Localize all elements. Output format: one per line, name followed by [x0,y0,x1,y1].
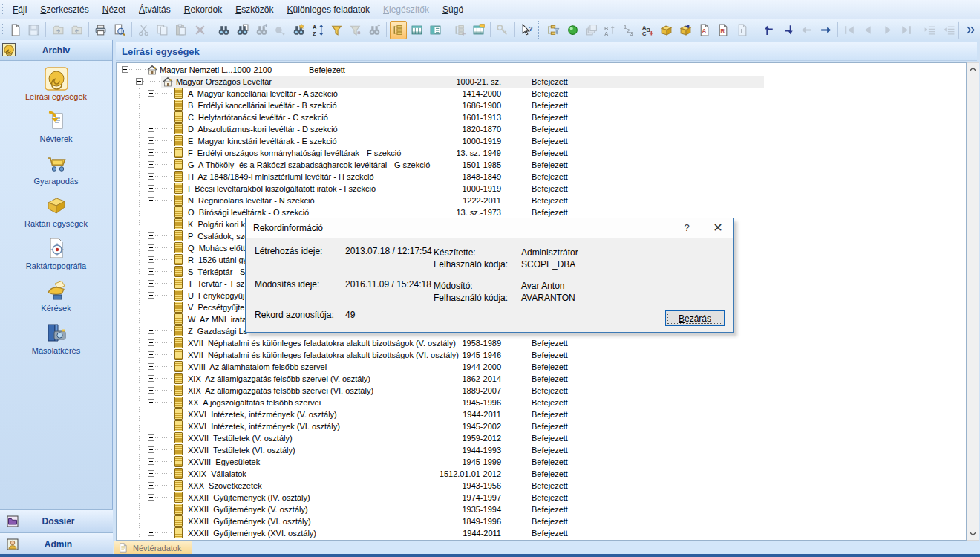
sidebar-item-masolatkeres[interactable]: Másolatkérés [0,320,112,362]
doc-a-icon[interactable]: A [696,21,713,39]
menu-item-atvaltas[interactable]: Átváltás [132,1,177,18]
list-demote-icon[interactable] [921,21,938,39]
print-preview-icon[interactable] [111,21,128,39]
menu-item-kiegeszitok[interactable]: Kiegészítők [376,1,436,18]
tree-row[interactable]: A Magyar kancelláriai levéltár - A szekc… [117,88,967,100]
doc-r-icon[interactable]: R [714,21,731,39]
sidebar-button-admin[interactable]: Admin [0,532,113,555]
turn-up-icon[interactable] [761,21,778,39]
tree-row[interactable]: XXXII Gyűjtemények (V. osztály)1935-1994… [117,504,967,515]
help-pointer-icon[interactable]: ? [517,21,535,39]
print-icon[interactable] [92,21,109,39]
sidebar-item-leirasi-egysegek[interactable]: Leírási egységek [0,66,112,108]
tree-row[interactable]: H Az 1848/1849-i minisztériumi levéltár … [117,171,967,183]
expand--toggle-icon[interactable] [148,185,154,192]
expand--toggle-icon[interactable] [148,351,154,358]
expand--toggle-icon[interactable] [148,280,154,287]
nav-first-icon[interactable] [841,21,858,39]
menu-item-sugo[interactable]: Súgó [436,1,470,18]
nav-prev-icon[interactable] [860,21,877,39]
expand-collapse-toggle-icon[interactable] [122,66,128,73]
expand--toggle-icon[interactable] [148,268,154,275]
tree-row[interactable]: F Erdélyi országos kormányhatósági levél… [117,147,967,159]
sidebar-item-raktartopografia[interactable]: Raktártopográfia [0,235,112,278]
sort-123-icon[interactable]: 123 [621,21,638,39]
paste-icon[interactable] [172,21,189,39]
expand--toggle-icon[interactable] [148,482,154,489]
help-icon[interactable]: ? [680,222,693,233]
turn-down-icon[interactable] [780,21,797,39]
dialog-title-bar[interactable]: Rekordinformáció ? ✕ [246,218,733,238]
sidebar-item-raktari-egysegek[interactable]: Raktári egységek [0,193,112,235]
expand--toggle-icon[interactable] [148,530,154,536]
doc-i-icon[interactable]: I [734,21,751,39]
find-combined-icon[interactable] [365,21,382,39]
expand--toggle-icon[interactable] [148,244,154,251]
tab-nevteradatok[interactable]: Névtéradatok [114,541,192,555]
expand--toggle-icon[interactable] [148,316,154,322]
scroll-down-button[interactable] [967,528,979,540]
tree-row[interactable]: XIX Az államigazgatás felsőbb szervei (V… [117,385,967,397]
layers-icon[interactable] [583,21,600,39]
sort-abc-icon[interactable]: ABC [639,21,656,39]
expand--toggle-icon[interactable] [148,411,154,417]
find-replace-icon[interactable] [272,21,289,39]
view-table-icon[interactable] [408,21,425,39]
menu-item-fajl[interactable]: Fájl [6,1,33,18]
expand--toggle-icon[interactable] [148,494,154,501]
expand--toggle-icon[interactable] [148,434,154,441]
filter-special-icon[interactable] [347,21,364,39]
package-transfer-icon[interactable] [677,21,694,39]
list-promote-icon[interactable] [940,21,957,39]
expand--toggle-icon[interactable] [148,137,154,144]
tree-row[interactable]: E Magyar kincstári levéltárak - E szekci… [117,135,967,147]
expand--toggle-icon[interactable] [148,102,154,108]
cut-icon[interactable] [135,21,152,39]
collapse-tree-icon[interactable] [451,21,468,39]
tree-row[interactable]: XIX Az államigazgatás felsőbb szervei (V… [117,373,967,385]
expand--toggle-icon[interactable] [148,399,154,405]
close-icon[interactable]: ✕ [710,221,725,235]
expand--toggle-icon[interactable] [148,161,154,168]
copy-icon[interactable] [154,21,171,39]
tree-row[interactable]: XXVIII Egyesületek1945-1999Befejezett [117,456,967,468]
menu-item-rekordok[interactable]: Rekordok [177,1,229,18]
tree-row[interactable]: XVII Néphatalmi és különleges feladatokr… [117,349,967,361]
expand--toggle-icon[interactable] [148,328,154,334]
expand--toggle-icon[interactable] [148,423,154,429]
tree-row[interactable]: B Erdélyi kancelláriai levéltár - B szek… [117,100,967,111]
sidebar-item-nevterek[interactable]: Névterek [0,108,112,151]
save-icon[interactable] [25,21,42,39]
expand--toggle-icon[interactable] [148,304,154,310]
tree-row[interactable]: XXXII Gyűjtemények (VI. osztály)1849-199… [117,515,967,527]
tree-row[interactable]: Magyar Nemzeti L...1000-2100Befejezett [117,64,967,76]
tree-row[interactable]: XXVI Intézetek, intézmények (VI. osztály… [117,420,967,432]
tree-row[interactable]: XXX Szövetkezetek1943-1956Befejezett [117,480,967,492]
find-next-icon[interactable] [252,21,270,39]
filter-icon[interactable] [328,21,345,39]
expand--toggle-icon[interactable] [148,470,154,477]
vertical-scrollbar[interactable] [967,62,979,541]
expand--toggle-icon[interactable] [148,232,154,239]
view-form-icon[interactable] [427,21,444,39]
expand--toggle-icon[interactable] [148,126,154,132]
tree-row[interactable]: G A Thököly- és a Rákóczi szabadságharco… [117,159,967,171]
menu-item-eszkozok[interactable]: Eszközök [229,1,280,18]
expand--toggle-icon[interactable] [148,197,154,203]
tree-row[interactable]: XX A jogszolgáltatás felsőbb szervei1945… [117,397,967,408]
expand--toggle-icon[interactable] [148,339,154,346]
tree-row[interactable]: C Helytartótanácsi levéltár - C szekció1… [117,111,967,123]
expand--toggle-icon[interactable] [148,387,154,394]
folder-checkout-icon[interactable] [68,21,85,39]
expand--toggle-icon[interactable] [148,114,154,120]
find-icon[interactable] [215,21,232,39]
folder-checkin-icon[interactable] [49,21,66,39]
chevron-overflow-icon[interactable] [958,21,979,39]
sidebar-item-keresek[interactable]: Kérések [0,278,112,320]
expand--toggle-icon[interactable] [148,90,154,97]
tree-row[interactable]: XXVII Testületek (V. osztály)1959-2012Be… [117,432,967,444]
expand--toggle-icon[interactable] [148,173,154,180]
tree-row[interactable]: XXVII Testületek (VI. osztály)1944-1993B… [117,444,967,456]
view-tree-icon[interactable] [390,21,407,39]
expand-collapse-toggle-icon[interactable] [136,78,143,85]
